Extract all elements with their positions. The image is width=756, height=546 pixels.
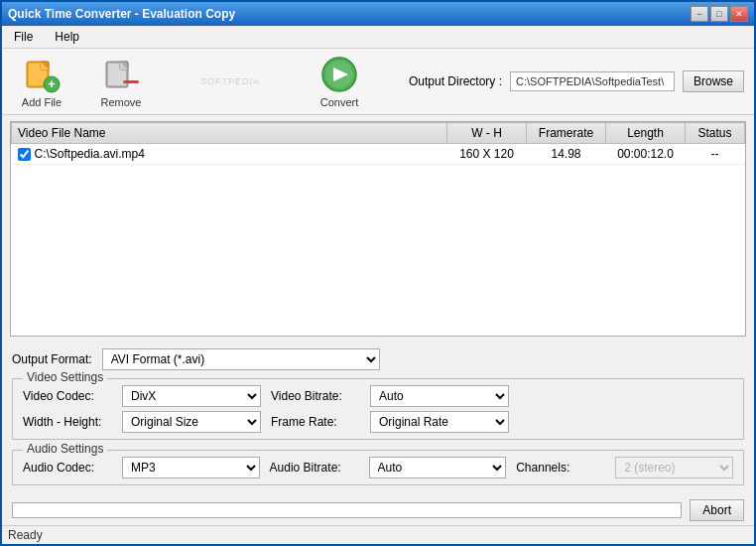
video-codec-label: Video Codec: [23,389,112,403]
close-button[interactable]: ✕ [730,6,748,22]
menu-file[interactable]: File [8,28,39,46]
output-dir-section: Output Directory : Browse [389,70,744,92]
col-header-wh: W - H [447,123,527,144]
file-path: C:\Softpedia.avi.mp4 [35,147,145,161]
file-len-cell: 00:00:12.0 [606,144,686,165]
file-fps-cell: 14.98 [527,144,606,165]
settings-area: Output Format: AVI Format (*.avi) MP4 Fo… [2,342,754,495]
progress-bar-container [12,502,682,518]
audio-codec-row: Audio Codec: MP3 AAC WMA PCM Audio Bitra… [23,457,733,478]
audio-bitrate-label: Audio Bitrate: [270,461,359,475]
frame-rate-select[interactable]: Original Rate 15 24 25 29.97 30 [370,411,509,433]
remove-icon [101,55,141,94]
width-height-select[interactable]: Original Size 320x240 640x480 1280x720 [122,411,261,433]
channels-label: Channels: [516,461,605,475]
title-bar: Quick Time Converter - Evaluation Copy −… [2,2,754,26]
add-file-label: Add File [22,96,62,108]
browse-button[interactable]: Browse [683,70,744,92]
output-dir-input[interactable] [510,71,675,91]
convert-icon [319,55,359,94]
maximize-button[interactable]: □ [710,6,728,22]
video-bitrate-label: Video Bitrate: [271,389,360,403]
window-controls: − □ ✕ [691,6,748,22]
file-name-cell: C:\Softpedia.avi.mp4 [12,144,447,165]
width-height-label: Width - Height: [23,415,112,429]
audio-codec-label: Audio Codec: [23,461,112,475]
channels-select[interactable]: 2 (stereo) 1 (mono) [615,457,733,478]
col-header-name: Video File Name [12,123,447,144]
window-title: Quick Time Converter - Evaluation Copy [8,7,235,21]
output-format-label: Output Format: [12,352,92,366]
frame-rate-label: Frame Rate: [271,415,360,429]
minimize-button[interactable]: − [691,6,708,22]
menu-help[interactable]: Help [49,28,85,46]
output-format-row: Output Format: AVI Format (*.avi) MP4 Fo… [12,348,744,370]
width-height-row: Width - Height: Original Size 320x240 64… [23,411,733,433]
file-wh-cell: 160 X 120 [447,144,527,165]
table-row[interactable]: C:\Softpedia.avi.mp4 160 X 120 14.98 00:… [12,144,745,165]
add-file-button[interactable]: + Add File [12,55,71,108]
audio-settings-group: Audio Settings Audio Codec: MP3 AAC WMA … [12,450,744,485]
video-codec-row: Video Codec: DivX Xvid MPEG-4 H.264 Vide… [23,385,733,407]
output-format-select[interactable]: AVI Format (*.avi) MP4 Format (*.mp4) MO… [102,348,380,370]
file-table-container: Video File Name W - H Framerate Length S… [10,121,746,337]
status-bar: Ready [2,525,754,544]
audio-codec-select[interactable]: MP3 AAC WMA PCM [122,457,260,478]
svg-text:+: + [48,76,56,91]
status-text: Ready [8,528,43,542]
output-dir-label: Output Directory : [409,74,502,88]
video-bitrate-select[interactable]: Auto 128 256 512 1024 [370,385,509,407]
file-checkbox[interactable] [18,148,31,161]
main-window: Quick Time Converter - Evaluation Copy −… [0,0,756,546]
video-settings-title: Video Settings [23,370,107,384]
progress-area: Abort [2,495,754,525]
remove-label: Remove [101,96,142,108]
add-file-icon: + [22,55,62,94]
video-settings-group: Video Settings Video Codec: DivX Xvid MP… [12,378,744,440]
svg-rect-10 [123,80,139,83]
watermark: SOFTPEDIA [171,76,290,86]
abort-button[interactable]: Abort [690,499,744,521]
menu-bar: File Help [2,26,754,49]
toolbar: + Add File Remove SOFTPEDIA [2,49,754,115]
col-header-status: Status [686,123,745,144]
file-status-cell: -- [686,144,745,165]
file-table: Video File Name W - H Framerate Length S… [11,122,745,165]
remove-button[interactable]: Remove [91,55,151,108]
video-codec-select[interactable]: DivX Xvid MPEG-4 H.264 [122,385,261,407]
col-header-framerate: Framerate [527,123,606,144]
col-header-length: Length [606,123,686,144]
audio-settings-title: Audio Settings [23,442,107,456]
convert-button[interactable]: Convert [310,55,369,108]
convert-label: Convert [320,96,359,108]
audio-bitrate-select[interactable]: Auto 64 128 192 320 [369,457,507,478]
